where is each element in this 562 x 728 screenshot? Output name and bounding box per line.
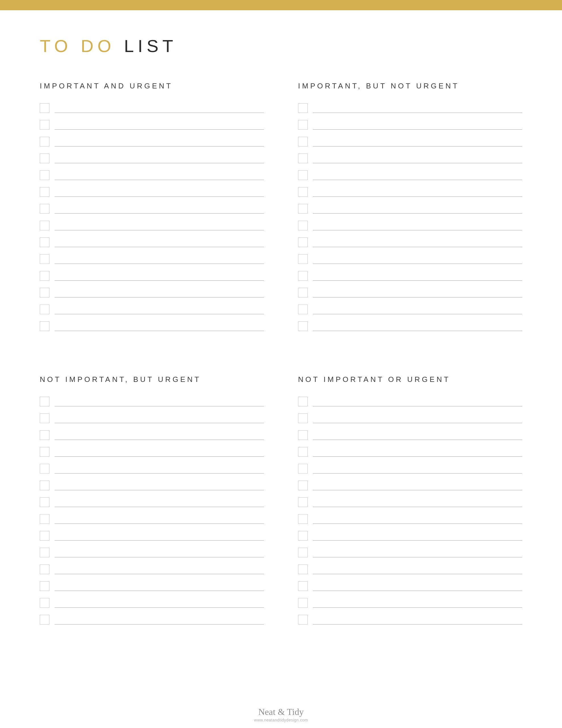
write-line[interactable] bbox=[313, 397, 522, 406]
write-line[interactable] bbox=[313, 120, 522, 130]
checkbox[interactable] bbox=[298, 430, 308, 440]
checkbox[interactable] bbox=[40, 305, 49, 314]
write-line[interactable] bbox=[55, 430, 264, 440]
checkbox[interactable] bbox=[298, 514, 308, 524]
write-line[interactable] bbox=[313, 288, 522, 297]
checkbox[interactable] bbox=[298, 321, 308, 331]
write-line[interactable] bbox=[313, 187, 522, 197]
checkbox[interactable] bbox=[298, 237, 308, 247]
write-line[interactable] bbox=[55, 531, 264, 541]
checkbox[interactable] bbox=[298, 581, 308, 591]
write-line[interactable] bbox=[313, 564, 522, 574]
write-line[interactable] bbox=[313, 497, 522, 507]
write-line[interactable] bbox=[55, 464, 264, 473]
write-line[interactable] bbox=[313, 531, 522, 541]
checkbox[interactable] bbox=[40, 187, 49, 197]
write-line[interactable] bbox=[55, 170, 264, 180]
checkbox[interactable] bbox=[298, 548, 308, 557]
write-line[interactable] bbox=[55, 413, 264, 423]
write-line[interactable] bbox=[55, 548, 264, 557]
checkbox[interactable] bbox=[298, 447, 308, 457]
write-line[interactable] bbox=[313, 170, 522, 180]
write-line[interactable] bbox=[55, 514, 264, 524]
checkbox[interactable] bbox=[298, 170, 308, 180]
checkbox[interactable] bbox=[298, 413, 308, 423]
checkbox[interactable] bbox=[40, 430, 49, 440]
checkbox[interactable] bbox=[40, 237, 49, 247]
checkbox[interactable] bbox=[298, 598, 308, 608]
write-line[interactable] bbox=[313, 581, 522, 591]
checkbox[interactable] bbox=[40, 464, 49, 473]
write-line[interactable] bbox=[55, 447, 264, 457]
checkbox[interactable] bbox=[40, 598, 49, 608]
checkbox[interactable] bbox=[40, 497, 49, 507]
write-line[interactable] bbox=[55, 481, 264, 490]
checkbox[interactable] bbox=[40, 103, 49, 113]
write-line[interactable] bbox=[313, 254, 522, 264]
write-line[interactable] bbox=[55, 321, 264, 331]
write-line[interactable] bbox=[55, 120, 264, 130]
write-line[interactable] bbox=[55, 137, 264, 146]
checkbox[interactable] bbox=[40, 615, 49, 624]
checkbox[interactable] bbox=[298, 154, 308, 163]
checkbox[interactable] bbox=[298, 564, 308, 574]
write-line[interactable] bbox=[55, 305, 264, 314]
checkbox[interactable] bbox=[298, 204, 308, 214]
write-line[interactable] bbox=[313, 221, 522, 230]
write-line[interactable] bbox=[313, 548, 522, 557]
checkbox[interactable] bbox=[40, 288, 49, 297]
write-line[interactable] bbox=[313, 154, 522, 163]
write-line[interactable] bbox=[55, 581, 264, 591]
checkbox[interactable] bbox=[298, 497, 308, 507]
checkbox[interactable] bbox=[298, 137, 308, 146]
write-line[interactable] bbox=[313, 271, 522, 281]
write-line[interactable] bbox=[55, 564, 264, 574]
checkbox[interactable] bbox=[40, 531, 49, 541]
write-line[interactable] bbox=[55, 497, 264, 507]
checkbox[interactable] bbox=[40, 170, 49, 180]
checkbox[interactable] bbox=[298, 221, 308, 230]
write-line[interactable] bbox=[55, 271, 264, 281]
checkbox[interactable] bbox=[40, 413, 49, 423]
checkbox[interactable] bbox=[40, 204, 49, 214]
write-line[interactable] bbox=[313, 514, 522, 524]
checkbox[interactable] bbox=[40, 221, 49, 230]
checkbox[interactable] bbox=[298, 531, 308, 541]
checkbox[interactable] bbox=[40, 137, 49, 146]
write-line[interactable] bbox=[313, 615, 522, 624]
checkbox[interactable] bbox=[298, 271, 308, 281]
checkbox[interactable] bbox=[298, 305, 308, 314]
checkbox[interactable] bbox=[40, 581, 49, 591]
checkbox[interactable] bbox=[298, 481, 308, 490]
checkbox[interactable] bbox=[40, 321, 49, 331]
checkbox[interactable] bbox=[298, 288, 308, 297]
checkbox[interactable] bbox=[40, 447, 49, 457]
write-line[interactable] bbox=[313, 430, 522, 440]
write-line[interactable] bbox=[313, 204, 522, 214]
write-line[interactable] bbox=[313, 447, 522, 457]
checkbox[interactable] bbox=[40, 271, 49, 281]
write-line[interactable] bbox=[55, 288, 264, 297]
checkbox[interactable] bbox=[298, 464, 308, 473]
checkbox[interactable] bbox=[298, 254, 308, 264]
checkbox[interactable] bbox=[40, 514, 49, 524]
write-line[interactable] bbox=[55, 254, 264, 264]
write-line[interactable] bbox=[55, 598, 264, 608]
write-line[interactable] bbox=[55, 204, 264, 214]
checkbox[interactable] bbox=[298, 615, 308, 624]
write-line[interactable] bbox=[313, 103, 522, 113]
write-line[interactable] bbox=[55, 221, 264, 230]
write-line[interactable] bbox=[55, 397, 264, 406]
write-line[interactable] bbox=[55, 103, 264, 113]
write-line[interactable] bbox=[313, 137, 522, 146]
checkbox[interactable] bbox=[40, 154, 49, 163]
checkbox[interactable] bbox=[298, 103, 308, 113]
checkbox[interactable] bbox=[40, 254, 49, 264]
checkbox[interactable] bbox=[40, 120, 49, 130]
checkbox[interactable] bbox=[298, 397, 308, 406]
write-line[interactable] bbox=[55, 237, 264, 247]
write-line[interactable] bbox=[55, 615, 264, 624]
write-line[interactable] bbox=[313, 598, 522, 608]
write-line[interactable] bbox=[313, 481, 522, 490]
checkbox[interactable] bbox=[40, 548, 49, 557]
